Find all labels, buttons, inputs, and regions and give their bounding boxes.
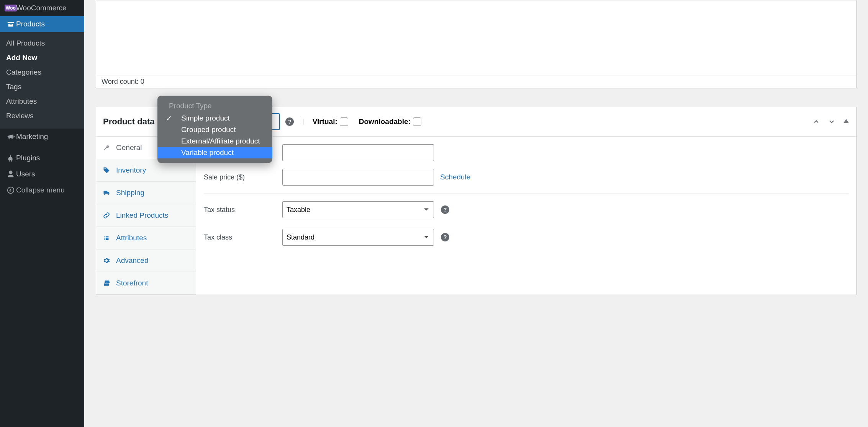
submenu-tags[interactable]: Tags — [0, 80, 84, 94]
submenu-add-new[interactable]: Add New — [0, 51, 84, 65]
sidebar-label: Products — [16, 20, 45, 28]
sidebar-label: Plugins — [16, 154, 40, 162]
submenu-attributes[interactable]: Attributes — [0, 94, 84, 109]
tax-status-select[interactable]: Taxable — [282, 201, 434, 218]
wrench-icon — [103, 144, 111, 151]
editor-textarea[interactable] — [96, 0, 856, 75]
panel-move-down-icon[interactable] — [828, 118, 835, 125]
downloadable-checkbox[interactable] — [413, 117, 421, 126]
woocommerce-icon: Woo — [5, 5, 16, 11]
virtual-label: Virtual: — [313, 117, 337, 126]
store-icon — [103, 280, 111, 287]
sidebar-label: Marketing — [16, 132, 48, 141]
divider: | — [302, 118, 304, 125]
link-icon — [103, 212, 111, 219]
submenu-all-products[interactable]: All Products — [0, 36, 84, 51]
gear-icon — [103, 257, 111, 264]
tab-linked-products[interactable]: Linked Products — [96, 204, 196, 227]
dropdown-option-variable[interactable]: Variable product — [157, 147, 272, 158]
panel-toggle-icon[interactable] — [843, 118, 849, 125]
help-icon[interactable]: ? — [285, 117, 294, 126]
plug-icon — [5, 154, 16, 162]
tab-attributes[interactable]: Attributes — [96, 227, 196, 249]
help-icon[interactable]: ? — [441, 233, 449, 241]
submenu-reviews[interactable]: Reviews — [0, 109, 84, 123]
tag-icon — [103, 167, 111, 174]
word-count: Word count: 0 — [96, 75, 856, 88]
sidebar-item-marketing[interactable]: Marketing — [0, 129, 84, 145]
dropdown-option-external[interactable]: External/Affiliate product — [157, 135, 272, 147]
help-icon[interactable]: ? — [441, 205, 449, 214]
sale-price-label: Sale price ($) — [204, 173, 282, 181]
list-icon — [103, 235, 111, 241]
tab-storefront[interactable]: Storefront — [96, 272, 196, 295]
truck-icon — [103, 189, 111, 196]
virtual-checkbox[interactable] — [340, 117, 348, 126]
panel-title: Product data — [103, 117, 154, 127]
regular-price-input[interactable] — [282, 144, 434, 161]
schedule-link[interactable]: Schedule — [440, 173, 470, 181]
tax-class-label: Tax class — [204, 233, 282, 241]
downloadable-label: Downloadable: — [359, 117, 411, 126]
tax-class-select[interactable]: Standard — [282, 229, 434, 246]
dropdown-option-grouped[interactable]: Grouped product — [157, 124, 272, 135]
collapse-icon — [5, 186, 16, 194]
main-content: Word count: 0 Product data — ? | Virtual… — [84, 0, 868, 427]
svg-point-0 — [8, 187, 14, 194]
tax-status-label: Tax status — [204, 206, 282, 214]
sidebar-item-users[interactable]: Users — [0, 166, 84, 182]
sidebar-item-products[interactable]: Products — [0, 16, 84, 32]
sidebar-item-plugins[interactable]: Plugins — [0, 150, 84, 166]
archive-icon — [5, 20, 16, 28]
sidebar-label: Users — [16, 170, 35, 178]
panel-move-up-icon[interactable] — [812, 118, 820, 125]
sale-price-input[interactable] — [282, 169, 434, 186]
tab-advanced[interactable]: Advanced — [96, 249, 196, 272]
general-tab-content: Sale price ($) Schedule Tax status Taxab… — [196, 137, 856, 295]
dropdown-header: Product Type — [157, 100, 272, 112]
sidebar-label: WooCommerce — [16, 4, 67, 12]
description-editor: Word count: 0 — [96, 0, 857, 88]
sidebar-label: Collapse menu — [16, 186, 65, 194]
submenu-categories[interactable]: Categories — [0, 65, 84, 80]
admin-sidebar: Woo WooCommerce Products All Products Ad… — [0, 0, 84, 427]
megaphone-icon — [5, 132, 16, 141]
tab-shipping[interactable]: Shipping — [96, 182, 196, 204]
dropdown-option-simple[interactable]: Simple product — [157, 112, 272, 124]
products-submenu: All Products Add New Categories Tags Att… — [0, 32, 84, 129]
sidebar-item-woocommerce[interactable]: Woo WooCommerce — [0, 0, 84, 16]
product-type-dropdown: Product Type Simple product Grouped prod… — [157, 96, 272, 163]
user-icon — [5, 170, 16, 178]
collapse-menu-button[interactable]: Collapse menu — [0, 182, 84, 198]
